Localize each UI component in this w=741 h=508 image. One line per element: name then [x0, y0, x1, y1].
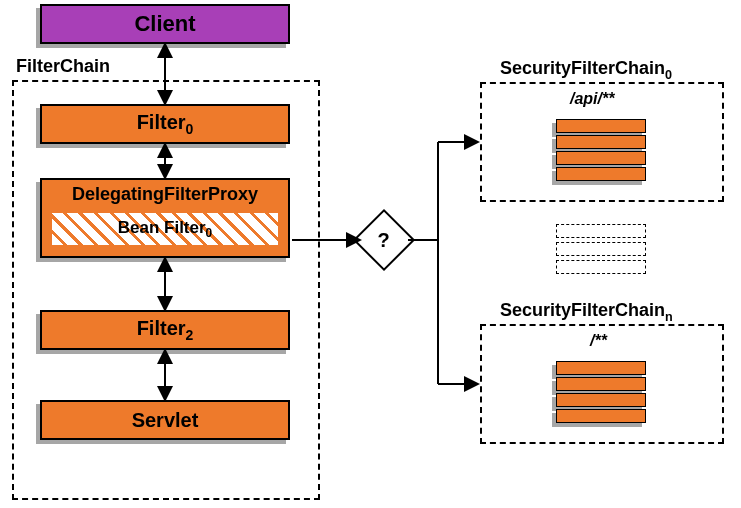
decision-diamond: ?	[353, 209, 415, 271]
chain-n-title: SecurityFilterChainn	[500, 300, 673, 324]
chain-n-pattern: /**	[590, 332, 607, 350]
bean-filter-label: Bean Filter0	[118, 218, 212, 240]
chain-n-filter-bar	[556, 409, 646, 423]
filter0-box: Filter0	[40, 104, 290, 144]
delegating-filter-proxy-box: DelegatingFilterProxy Bean Filter0	[40, 178, 290, 258]
ellipsis-bar	[556, 224, 646, 238]
chain0-title: SecurityFilterChain0	[500, 58, 672, 82]
servlet-label: Servlet	[132, 409, 199, 432]
client-box: Client	[40, 4, 290, 44]
chain0-filter-bar	[556, 167, 646, 181]
chain0-filter-bar	[556, 151, 646, 165]
filter0-label: Filter0	[137, 111, 194, 137]
bean-filter-box: Bean Filter0	[50, 211, 280, 247]
ellipsis-bar	[556, 260, 646, 274]
ellipsis-chains	[556, 222, 646, 276]
chain0-filter-bar	[556, 135, 646, 149]
chain-n-filter-stack	[556, 360, 646, 424]
chain0-pattern: /api/**	[570, 90, 614, 108]
chain-n-filter-bar	[556, 393, 646, 407]
filter2-label: Filter2	[137, 317, 194, 343]
filter2-box: Filter2	[40, 310, 290, 350]
filterchain-label: FilterChain	[16, 56, 110, 77]
ellipsis-bar	[556, 242, 646, 256]
chain0-filter-stack	[556, 118, 646, 182]
delegating-label: DelegatingFilterProxy	[72, 184, 258, 205]
servlet-box: Servlet	[40, 400, 290, 440]
chain0-filter-bar	[556, 119, 646, 133]
chain-n-filter-bar	[556, 377, 646, 391]
decision-label: ?	[378, 229, 390, 252]
client-label: Client	[134, 11, 195, 37]
chain-n-filter-bar	[556, 361, 646, 375]
